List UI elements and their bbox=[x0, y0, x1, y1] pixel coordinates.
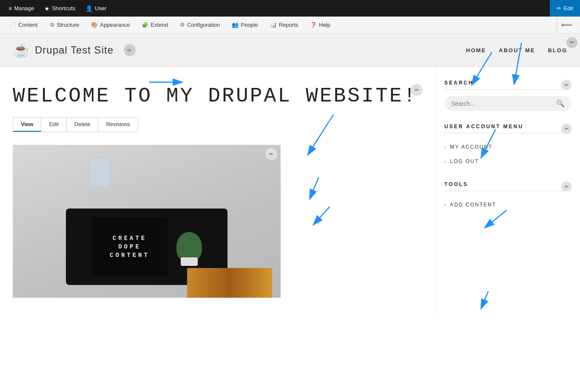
edit-button[interactable]: ✏ Edit bbox=[550, 0, 580, 17]
title-block-edit-btn[interactable]: ✏ bbox=[411, 84, 423, 96]
search-input[interactable] bbox=[451, 100, 553, 107]
tab-view[interactable]: View bbox=[13, 118, 41, 132]
add-content-item[interactable]: › ADD CONTENT bbox=[444, 197, 571, 212]
user-account-menu-block: USER ACCOUNT MENU ✏ › MY ACCOUNT › LOG O… bbox=[444, 124, 571, 169]
user-icon: 👤 bbox=[85, 5, 93, 12]
site-header: ☕ Drupal Test Site ✏ HOME ABOUT ME BLOG … bbox=[0, 34, 580, 67]
people-icon: 👥 bbox=[232, 22, 239, 28]
search-submit-icon[interactable]: 🔍 bbox=[556, 99, 565, 107]
search-block-title: SEARCH bbox=[444, 80, 571, 90]
tab-delete[interactable]: Delete bbox=[67, 118, 99, 132]
content-image: ✏ CREATE DOPE CONTENT bbox=[13, 145, 281, 298]
image-scene: CREATE DOPE CONTENT bbox=[13, 145, 281, 298]
nav-content[interactable]: 📄 Content bbox=[3, 17, 44, 33]
extend-icon: 🧩 bbox=[142, 22, 148, 28]
letter-board-line-1: CREATE bbox=[113, 235, 147, 242]
user-account-menu-title: USER ACCOUNT MENU bbox=[444, 124, 571, 133]
page-wrapper: ☕ Drupal Test Site ✏ HOME ABOUT ME BLOG … bbox=[0, 34, 580, 373]
user-menu-item[interactable]: 👤 User bbox=[80, 0, 111, 17]
admin-toolbar: ≡ Manage ★ Shortcuts 👤 User ✏ Edit bbox=[0, 0, 580, 17]
search-block-edit-btn[interactable]: ✏ bbox=[561, 80, 571, 90]
chevron-right-icon-3: › bbox=[444, 203, 446, 207]
search-block: SEARCH ✏ 🔍 bbox=[444, 80, 571, 111]
nav-help[interactable]: ❓ Help bbox=[304, 17, 336, 33]
nav-configuration[interactable]: ⚙ Configuration bbox=[174, 17, 226, 33]
shortcuts-menu-item[interactable]: ★ Shortcuts bbox=[39, 0, 80, 17]
content-icon: 📄 bbox=[9, 22, 16, 28]
help-icon: ❓ bbox=[310, 22, 317, 28]
nav-home[interactable]: HOME bbox=[466, 47, 486, 54]
nav-extend[interactable]: 🧩 Extend bbox=[136, 17, 173, 33]
hamburger-icon: ≡ bbox=[9, 5, 12, 12]
tab-edit[interactable]: Edit bbox=[41, 118, 66, 132]
tools-block: TOOLS ✏ › ADD CONTENT bbox=[444, 181, 571, 212]
nav-blog[interactable]: BLOG bbox=[548, 47, 567, 54]
nav-appearance[interactable]: 🎨 Appearance bbox=[85, 17, 136, 33]
user-account-menu-edit-btn[interactable]: ✏ bbox=[561, 124, 571, 134]
nav-reports[interactable]: 📊 Reports bbox=[264, 17, 304, 33]
chevron-right-icon-2: › bbox=[444, 159, 446, 164]
configuration-icon: ⚙ bbox=[180, 22, 185, 28]
site-title: Drupal Test Site bbox=[35, 44, 114, 56]
log-out-item[interactable]: › LOG OUT bbox=[444, 154, 571, 169]
site-header-pencil-btn[interactable]: ✏ bbox=[566, 37, 577, 48]
manage-menu-item[interactable]: ≡ Manage bbox=[3, 0, 39, 17]
site-logo-icon: ☕ bbox=[13, 42, 30, 58]
chevron-right-icon: › bbox=[444, 145, 446, 149]
secondary-nav: 📄 Content ⚙ Structure 🎨 Appearance 🧩 Ext… bbox=[0, 17, 580, 34]
nav-collapse-btn[interactable]: ⟵ bbox=[557, 17, 577, 33]
site-logo-area: ☕ Drupal Test Site ✏ bbox=[13, 42, 136, 58]
search-input-wrap: 🔍 bbox=[444, 96, 571, 111]
appearance-icon: 🎨 bbox=[91, 22, 98, 28]
reports-icon: 📊 bbox=[270, 22, 277, 28]
tab-revisions[interactable]: Revisions bbox=[98, 118, 137, 132]
nav-structure[interactable]: ⚙ Structure bbox=[44, 17, 85, 33]
sidebar: SEARCH ✏ 🔍 USER ACCOUNT MENU ✏ › MY ACCO… bbox=[435, 67, 580, 315]
main-layout: WELCOME TO MY DRUPAL WEBSITE! ✏ View Edi… bbox=[0, 67, 580, 315]
letter-board-line-3: CONTENT bbox=[110, 252, 150, 259]
pencil-icon: ✏ bbox=[557, 5, 561, 11]
nav-people[interactable]: 👥 People bbox=[226, 17, 264, 33]
page-title-section: WELCOME TO MY DRUPAL WEBSITE! ✏ bbox=[13, 84, 423, 109]
nav-right: ⟵ bbox=[557, 17, 577, 33]
my-account-item[interactable]: › MY ACCOUNT bbox=[444, 140, 571, 154]
star-icon: ★ bbox=[44, 5, 50, 12]
content-area: WELCOME TO MY DRUPAL WEBSITE! ✏ View Edi… bbox=[0, 67, 435, 315]
site-title-edit-btn[interactable]: ✏ bbox=[124, 44, 136, 56]
image-block-edit-btn[interactable]: ✏ bbox=[265, 148, 277, 160]
tools-block-title: TOOLS bbox=[444, 181, 571, 191]
nav-about[interactable]: ABOUT ME bbox=[499, 47, 535, 54]
page-title: WELCOME TO MY DRUPAL WEBSITE! bbox=[13, 84, 423, 109]
tools-block-edit-btn[interactable]: ✏ bbox=[561, 181, 571, 192]
site-nav: HOME ABOUT ME BLOG bbox=[466, 47, 567, 54]
content-tab-bar: View Edit Delete Revisions bbox=[13, 117, 138, 132]
structure-icon: ⚙ bbox=[50, 22, 55, 28]
letter-board-line-2: DOPE bbox=[118, 243, 141, 250]
